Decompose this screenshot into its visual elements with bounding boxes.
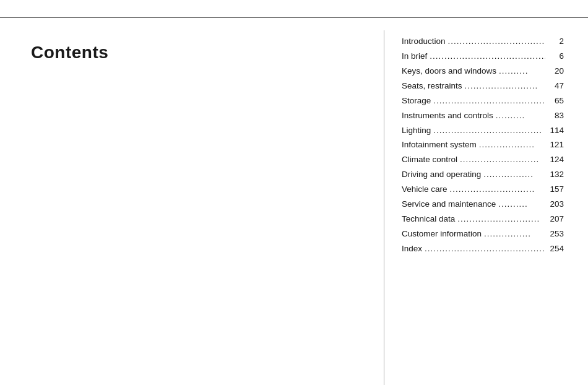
toc-page-number: 2: [547, 35, 564, 48]
toc-item: Driving and operating.................13…: [402, 168, 564, 181]
toc-label: Storage: [402, 95, 431, 108]
toc-page-number: 83: [547, 110, 564, 123]
toc-dots: .....................................: [432, 124, 545, 137]
toc-item: Customer information................253: [402, 228, 564, 241]
toc-page-number: 124: [547, 154, 564, 167]
content-area: Contents Introduction...................…: [0, 18, 588, 385]
toc-page-number: 114: [547, 124, 564, 137]
toc-dots: ................: [483, 228, 545, 241]
toc-item: Service and maintenance..........203: [402, 198, 564, 211]
toc-page-number: 254: [547, 243, 564, 256]
toc-label: Infotainment system: [402, 139, 477, 152]
toc-item: Storage.................................…: [402, 95, 564, 108]
toc-label: Index: [402, 243, 422, 256]
left-panel: Contents: [0, 24, 384, 385]
toc-dots: ..........: [495, 110, 545, 123]
toc-dots: .................: [482, 168, 545, 181]
toc-page-number: 47: [547, 80, 564, 93]
toc-page-number: 65: [547, 95, 564, 108]
toc-label: Seats, restraints: [402, 80, 462, 93]
toc-item: Keys, doors and windows..........20: [402, 65, 564, 78]
toc-page-number: 157: [547, 183, 564, 196]
toc-label: Climate control: [402, 154, 457, 167]
toc-dots: ........................................…: [423, 243, 545, 256]
toc-label: Service and maintenance: [402, 198, 496, 211]
toc-page-number: 132: [547, 168, 564, 181]
toc-dots: ..........: [497, 198, 545, 211]
toc-dots: .....................................: [447, 35, 545, 48]
toc-dots: ..........: [498, 65, 545, 78]
toc-dots: ...................: [478, 139, 545, 152]
toc-label: Customer information: [402, 228, 482, 241]
page-title: Contents: [31, 43, 359, 63]
toc-dots: ............................: [456, 213, 545, 226]
toc-item: Climate control.........................…: [402, 154, 564, 167]
toc-label: Introduction: [402, 35, 446, 48]
toc-item: Seats, restraints.......................…: [402, 80, 564, 93]
toc-page-number: 20: [547, 65, 564, 78]
toc-page-number: 121: [547, 139, 564, 152]
toc-label: Vehicle care: [402, 183, 447, 196]
toc-dots: .............................: [449, 183, 545, 196]
toc-label: In brief: [402, 50, 427, 63]
toc-panel: Introduction............................…: [384, 24, 582, 385]
toc-label: Lighting: [402, 124, 431, 137]
toc-item: Infotainment system...................12…: [402, 139, 564, 152]
toc-page-number: 253: [547, 228, 564, 241]
toc-item: Vehicle care............................…: [402, 183, 564, 196]
toc-item: In brief................................…: [402, 50, 564, 63]
toc-item: Instruments and controls..........83: [402, 110, 564, 123]
toc-page-number: 203: [547, 198, 564, 211]
toc-item: Introduction............................…: [402, 35, 564, 48]
toc-label: Instruments and controls: [402, 110, 493, 123]
toc-dots: .........................: [464, 80, 545, 93]
toc-label: Keys, doors and windows: [402, 65, 496, 78]
toc-item: Lighting................................…: [402, 124, 564, 137]
toc-label: Driving and operating: [402, 168, 481, 181]
toc-page-number: 207: [547, 213, 564, 226]
toc-page-number: 6: [547, 50, 564, 63]
toc-item: Index...................................…: [402, 243, 564, 256]
toc-item: Technical data..........................…: [402, 213, 564, 226]
page: Contents Introduction...................…: [0, 0, 588, 385]
toc-dots: ........................................…: [432, 95, 545, 108]
toc-label: Technical data: [402, 213, 455, 226]
toc-dots: ........................................…: [428, 50, 545, 63]
toc-dots: ...........................: [459, 154, 545, 167]
